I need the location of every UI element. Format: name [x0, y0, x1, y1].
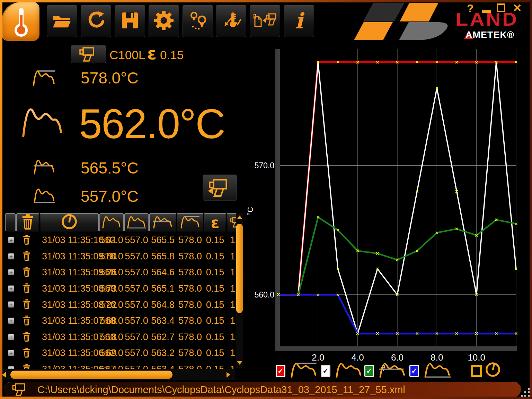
expand-row-button[interactable]: + — [8, 366, 14, 369]
legend-checkbox-min[interactable]: ✓ — [409, 365, 419, 377]
expand-row-button[interactable]: + — [8, 269, 14, 275]
table-row[interactable]: + 31/03 11:35:09:26560.0557.0564.6578.00… — [2, 264, 236, 281]
table-row[interactable]: + 31/03 11:35:08:22576.0557.0564.8578.00… — [2, 296, 236, 313]
expand-row-button[interactable]: + — [8, 334, 14, 340]
scroll-right-arrow[interactable] — [227, 372, 230, 378]
delete-row-icon[interactable] — [23, 363, 31, 369]
table-row[interactable]: + 31/03 11:35:06:69562.0557.0563.2578.00… — [2, 345, 236, 361]
delete-row-icon[interactable] — [23, 347, 31, 360]
scroll-left-arrow[interactable] — [2, 372, 6, 378]
device-button[interactable] — [71, 45, 106, 63]
horizontal-scroll-thumb[interactable] — [10, 371, 172, 379]
brand-chevrons — [350, 2, 461, 41]
row-epsilon: 0.15 — [204, 364, 226, 369]
expand-row-button[interactable]: + — [8, 318, 14, 324]
table-row[interactable]: + 31/03 11:35:08:73568.0557.0565.1578.00… — [2, 281, 236, 297]
table-row[interactable]: + 31/03 11:35:07:18560.0557.0562.7578.00… — [2, 329, 236, 345]
vertical-scrollbar[interactable] — [236, 213, 243, 368]
route-button[interactable] — [183, 5, 213, 37]
resize-grip[interactable] — [521, 388, 531, 398]
legend-checkbox-time[interactable] — [471, 365, 482, 377]
legend-wave-max-icon — [290, 361, 318, 380]
thermometer-icon — [4, 3, 38, 40]
wave-current-icon — [101, 214, 122, 230]
table-row[interactable]: + 31/03 11:35:06:14557.0557.0563.4578.00… — [2, 361, 236, 369]
column-header-current[interactable] — [99, 213, 124, 231]
export-to-device-button[interactable] — [250, 5, 280, 37]
column-header-expand[interactable] — [5, 213, 16, 231]
row-epsilon: 0.15 — [204, 235, 226, 246]
column-header-device[interactable] — [227, 213, 236, 231]
reading-min: 557.0°C — [81, 187, 139, 206]
legend-checkbox-max[interactable]: ✓ — [276, 365, 285, 377]
row-current: 557.0 — [99, 364, 124, 369]
row-extra: 1.0 — [227, 316, 236, 326]
pyrometer-icon — [11, 382, 29, 398]
reading-current: 562.0°C — [79, 100, 225, 148]
expand-row-button[interactable]: + — [8, 253, 14, 259]
row-current: 578.0 — [99, 251, 124, 261]
delete-row-icon[interactable] — [23, 315, 31, 327]
vertical-scroll-thumb[interactable] — [236, 224, 243, 313]
svg-text:570.0: 570.0 — [254, 161, 274, 170]
info-button[interactable]: i — [284, 5, 314, 37]
column-header-time[interactable] — [40, 213, 99, 231]
legend-checkbox-mean[interactable]: ✓ — [364, 365, 374, 377]
delete-row-icon[interactable] — [23, 283, 31, 295]
maximize-button[interactable] — [497, 3, 505, 12]
status-bar: C:\Users\dcking\Documents\CyclopsData\Cy… — [4, 382, 521, 397]
help-button[interactable]: ? — [467, 2, 474, 15]
table-row[interactable]: + 31/03 11:35:10:01562.0557.0565.5578.00… — [2, 232, 236, 248]
row-current: 560.0 — [99, 331, 124, 342]
epsilon-symbol: ε — [211, 214, 220, 231]
delete-row-icon[interactable] — [23, 299, 31, 311]
column-header-epsilon[interactable]: ε — [204, 213, 226, 231]
row-extra: 1.0 — [227, 251, 236, 261]
minimize-button[interactable] — [482, 10, 491, 13]
verify-temperature-button[interactable] — [216, 5, 246, 37]
row-min: 557.0 — [124, 348, 149, 358]
device-model: C100L — [109, 48, 145, 62]
row-epsilon: 0.15 — [204, 251, 226, 261]
row-min: 557.0 — [124, 283, 149, 294]
table-row[interactable]: + 31/03 11:35:07:68568.0557.0563.4578.00… — [2, 313, 236, 329]
open-button[interactable] — [47, 5, 77, 37]
row-extra: 1.0 — [227, 348, 236, 358]
log-table: ε + 31/03 11:35:10:01562.0557.0565.5578.… — [2, 213, 236, 369]
expand-row-button[interactable]: + — [8, 285, 14, 292]
column-header-delete[interactable] — [16, 213, 39, 231]
row-epsilon: 0.15 — [204, 283, 226, 294]
settings-button[interactable] — [149, 5, 179, 37]
column-header-min[interactable] — [124, 213, 149, 231]
map-pins-icon — [188, 11, 207, 32]
horizontal-scrollbar[interactable] — [1, 369, 235, 380]
import-from-pyrometer-button[interactable] — [203, 175, 237, 201]
scroll-down-arrow[interactable] — [237, 361, 242, 365]
pyrometer-icon — [78, 46, 99, 63]
row-current: 576.0 — [99, 299, 124, 310]
scroll-up-arrow[interactable] — [237, 215, 242, 219]
row-extra: 1.0 — [227, 267, 236, 278]
row-min: 557.0 — [124, 364, 149, 369]
table-row[interactable]: + 31/03 11:35:09:80578.0557.0565.8578.00… — [2, 248, 236, 265]
row-extra: 1.0 — [227, 364, 236, 369]
ametek-logo: AMETEK® — [466, 30, 514, 41]
legend-checkbox-current[interactable]: ✓ — [321, 365, 330, 377]
delete-row-icon[interactable] — [23, 266, 31, 279]
column-header-max[interactable] — [177, 213, 203, 231]
expand-row-button[interactable]: + — [8, 301, 14, 308]
expand-row-button[interactable]: + — [8, 350, 14, 356]
wave-mean-icon — [33, 158, 56, 176]
info-icon: i — [295, 10, 303, 32]
row-mean: 563.4 — [149, 364, 176, 369]
row-current: 568.0 — [99, 316, 124, 326]
save-button[interactable] — [115, 5, 145, 37]
delete-row-icon[interactable] — [23, 250, 31, 263]
expand-row-button[interactable]: + — [8, 237, 14, 243]
column-header-mean[interactable] — [149, 213, 176, 231]
wave-min-icon — [33, 186, 56, 205]
refresh-button[interactable] — [81, 5, 111, 37]
delete-row-icon[interactable] — [23, 234, 31, 247]
close-button[interactable]: ✕ — [513, 1, 522, 15]
delete-row-icon[interactable] — [23, 331, 31, 344]
